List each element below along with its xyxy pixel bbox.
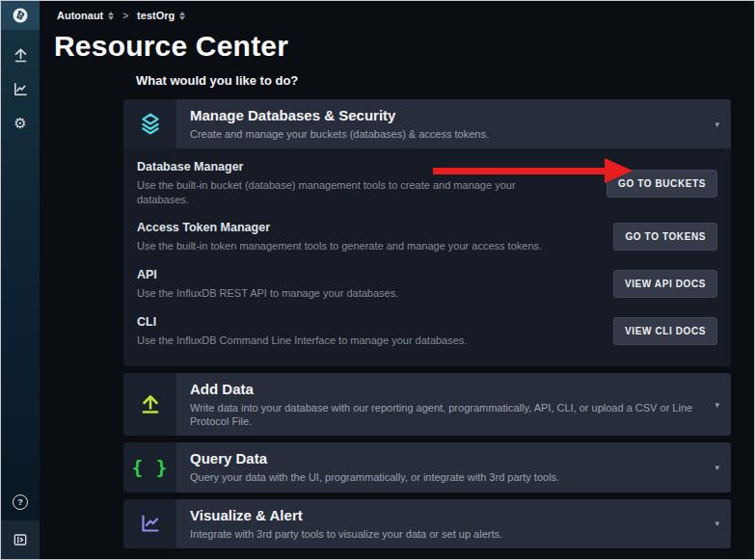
row-text: Access Token Manager Use the built-in to… (137, 221, 542, 253)
row-description: Use the built-in bucket (database) manag… (137, 178, 561, 206)
line-chart-icon (139, 512, 162, 535)
page-subtitle: What would you like to do? (136, 73, 754, 88)
panel-title: Visualize & Alert (190, 507, 702, 524)
panel-head: Visualize & Alert Integrate with 3rd par… (176, 499, 731, 548)
docs-nav-item[interactable] (1, 520, 40, 559)
access-token-manager-row: Access Token Manager Use the built-in to… (137, 221, 717, 253)
layers-icon-cell (123, 99, 176, 148)
go-to-buckets-button[interactable]: GO TO BUCKETS (607, 170, 717, 198)
panel-title: Query Data (190, 450, 702, 467)
braces-icon-cell: { } (123, 442, 176, 492)
panel-manage-databases-header[interactable]: Manage Databases & Security Create and m… (123, 99, 731, 148)
panel-description: Create and manage your buckets (database… (190, 127, 702, 141)
breadcrumb-separator-icon: > (122, 11, 128, 21)
chevron-down-icon: ▾ (715, 120, 719, 129)
sort-icon[interactable] (179, 12, 185, 20)
panel-manage-databases-body: Database Manager Use the built-in bucket… (123, 148, 731, 366)
view-api-docs-button[interactable]: VIEW API DOCS (613, 270, 717, 298)
influxdb-logo[interactable] (1, 1, 40, 30)
sidebar-nav: ⚙ (11, 30, 30, 484)
database-manager-row: Database Manager Use the built-in bucket… (137, 160, 717, 206)
panel-head: Manage Databases & Security Create and m… (176, 99, 731, 148)
upload-icon-cell (123, 373, 176, 437)
gear-icon: ⚙ (13, 116, 26, 130)
cli-row: CLI Use the InfluxDB Command Line Interf… (137, 315, 717, 348)
main-content: Autonaut > testOrg Resource Center What … (40, 1, 754, 559)
row-text: Database Manager Use the built-in bucket… (137, 160, 561, 206)
panel-query-data-header[interactable]: { } Query Data Query your data with the … (123, 442, 731, 492)
sort-icon[interactable] (108, 12, 114, 20)
resource-panels: Manage Databases & Security Create and m… (123, 99, 731, 548)
breadcrumb-account-dropdown[interactable]: Autonaut (57, 10, 114, 21)
chevron-down-icon: ▾ (715, 400, 719, 410)
help-nav-item[interactable]: ? (1, 484, 40, 520)
panel-description: Integrate with 3rd party tools to visual… (190, 527, 702, 541)
panel-visualize-alert: Visualize & Alert Integrate with 3rd par… (123, 499, 731, 548)
sidebar-bottom: ? (1, 484, 40, 559)
upload-nav-icon[interactable] (11, 45, 30, 65)
upload-icon (139, 393, 162, 416)
page-title: Resource Center (54, 30, 754, 63)
influxdb-logo-icon (12, 7, 29, 24)
row-description: Use the built-in token management tools … (137, 239, 542, 253)
app-window: ⚙ ? Autonaut > testOrg (0, 0, 755, 560)
braces-icon: { } (132, 457, 168, 478)
chevron-down-icon: ▾ (715, 463, 719, 472)
panel-head: Add Data Write data into your database w… (176, 373, 731, 437)
breadcrumb-org-dropdown[interactable]: testOrg (137, 10, 185, 21)
panel-title: Add Data (190, 381, 702, 398)
panel-head: Query Data Query your data with the UI, … (176, 442, 731, 492)
view-cli-docs-button[interactable]: VIEW CLI DOCS (613, 317, 717, 345)
api-row: API Use the InfluxDB REST API to manage … (137, 268, 717, 301)
sidebar: ⚙ ? (1, 1, 40, 559)
help-icon: ? (13, 494, 28, 510)
chevron-down-icon: ▾ (715, 519, 719, 528)
row-text: API Use the InfluxDB REST API to manage … (137, 268, 398, 300)
panel-title: Manage Databases & Security (190, 107, 702, 124)
row-text: CLI Use the InfluxDB Command Line Interf… (137, 315, 467, 347)
row-title: API (137, 268, 398, 281)
row-title: Access Token Manager (137, 221, 542, 234)
panel-description: Write data into your database with our r… (190, 401, 702, 429)
graphs-nav-icon[interactable] (11, 79, 30, 98)
breadcrumb-account-label: Autonaut (57, 10, 103, 21)
panel-add-data-header[interactable]: Add Data Write data into your database w… (123, 373, 731, 437)
layers-icon (138, 112, 163, 137)
row-title: CLI (137, 315, 467, 329)
panel-manage-databases: Manage Databases & Security Create and m… (123, 99, 731, 366)
breadcrumb: Autonaut > testOrg (40, 1, 754, 21)
breadcrumb-org-label: testOrg (137, 10, 175, 21)
line-chart-icon-cell (123, 499, 176, 548)
row-title: Database Manager (137, 160, 561, 173)
docs-icon (13, 532, 28, 547)
row-description: Use the InfluxDB REST API to manage your… (137, 286, 398, 300)
panel-add-data: Add Data Write data into your database w… (123, 373, 731, 437)
panel-visualize-alert-header[interactable]: Visualize & Alert Integrate with 3rd par… (123, 499, 731, 548)
go-to-tokens-button[interactable]: GO TO TOKENS (613, 223, 717, 251)
panel-description: Query your data with the UI, programmati… (190, 470, 702, 484)
row-description: Use the InfluxDB Command Line Interface … (137, 333, 467, 347)
settings-nav-icon[interactable]: ⚙ (11, 113, 30, 132)
panel-query-data: { } Query Data Query your data with the … (123, 442, 731, 492)
